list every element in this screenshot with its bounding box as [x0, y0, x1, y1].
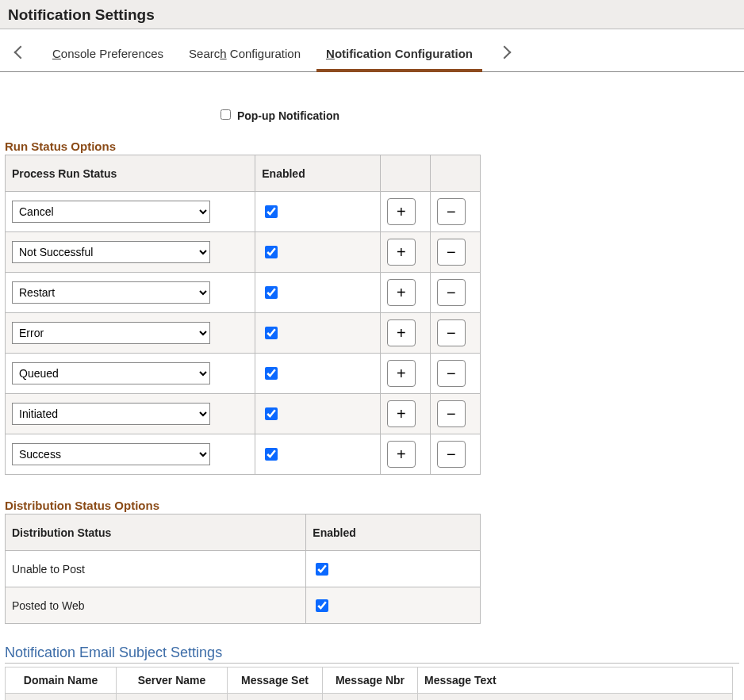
tab-notification-configuration[interactable]: Notification Configuration — [323, 40, 476, 71]
run-status-row: Error+− — [6, 313, 481, 354]
remove-row-button[interactable]: − — [437, 198, 466, 225]
add-row-button[interactable]: + — [387, 360, 416, 387]
run-status-enabled-checkbox[interactable] — [265, 246, 278, 258]
add-row-button[interactable]: + — [387, 441, 416, 468]
remove-row-button[interactable]: − — [437, 239, 466, 266]
dist-status-row: Unable to Post — [6, 551, 481, 587]
email-subject-table: Domain Name Server Name Message Set Mess… — [5, 667, 733, 700]
run-status-col-enabled: Enabled — [255, 155, 381, 192]
run-status-enabled-checkbox[interactable] — [265, 327, 278, 339]
run-status-table: Process Run Status Enabled Cancel+−Not S… — [5, 155, 481, 475]
email-subject-heading: Notification Email Subject Settings — [5, 645, 739, 664]
run-status-row: Queued+− — [6, 354, 481, 394]
process-run-status-select[interactable]: Restart — [12, 281, 210, 304]
process-run-status-select[interactable]: Initiated — [12, 403, 210, 425]
tab-search-configuration[interactable]: Search Configuration — [186, 40, 304, 71]
email-col-server: Server Name — [117, 667, 228, 694]
remove-row-button[interactable]: − — [437, 360, 466, 387]
message-text-cell: Parameters — [418, 694, 733, 701]
run-status-col-status: Process Run Status — [6, 155, 255, 192]
remove-row-button[interactable]: − — [437, 279, 466, 306]
remove-row-button[interactable]: − — [437, 400, 466, 427]
popup-notification-checkbox[interactable] — [221, 109, 231, 120]
dist-status-enabled-checkbox[interactable] — [316, 563, 328, 576]
email-col-msgnbr: Message Nbr — [323, 667, 418, 694]
dist-status-row: Posted to Web — [6, 587, 481, 624]
chevron-right-icon[interactable] — [498, 45, 512, 59]
process-run-status-select[interactable]: Queued — [12, 362, 210, 384]
add-row-button[interactable]: + — [387, 279, 416, 306]
remove-row-button[interactable]: − — [437, 441, 466, 468]
dist-status-label: Posted to Web — [6, 587, 306, 624]
run-status-row: Initiated+− — [6, 394, 481, 434]
tab-console-preferences[interactable]: Console Preferences — [49, 40, 167, 71]
run-status-row: Restart+− — [6, 273, 481, 313]
popup-notification-row: Pop-up Notification — [5, 88, 739, 136]
add-row-button[interactable]: + — [387, 198, 416, 225]
dist-status-table: Distribution Status Enabled Unable to Po… — [5, 514, 481, 624]
page-title: Notification Settings — [8, 6, 736, 24]
email-col-msgtext: Message Text — [418, 667, 733, 694]
chevron-left-icon[interactable] — [14, 45, 28, 59]
run-status-row: Cancel+− — [6, 192, 481, 232]
dist-status-col-enabled: Enabled — [306, 514, 481, 551]
email-col-domain: Domain Name — [6, 667, 117, 694]
process-run-status-select[interactable]: Error — [12, 322, 210, 344]
run-status-title: Run Status Options — [5, 140, 739, 153]
add-row-button[interactable]: + — [387, 400, 416, 427]
dist-status-col-status: Distribution Status — [6, 514, 306, 551]
process-run-status-select[interactable]: Not Successful — [12, 241, 210, 263]
add-row-button[interactable]: + — [387, 319, 416, 346]
email-row: Parameters — [6, 694, 733, 701]
run-status-enabled-checkbox[interactable] — [265, 407, 278, 420]
add-row-button[interactable]: + — [387, 239, 416, 266]
tab-row: Console Preferences Search Configuration… — [0, 29, 744, 72]
dist-status-label: Unable to Post — [6, 551, 306, 587]
dist-status-enabled-checkbox[interactable] — [316, 599, 328, 612]
dist-status-title: Distribution Status Options — [5, 499, 739, 512]
run-status-row: Not Successful+− — [6, 232, 481, 273]
run-status-row: Success+− — [6, 434, 481, 475]
process-run-status-select[interactable]: Success — [12, 443, 210, 465]
process-run-status-select[interactable]: Cancel — [12, 201, 210, 223]
run-status-enabled-checkbox[interactable] — [265, 286, 278, 299]
remove-row-button[interactable]: − — [437, 319, 466, 346]
run-status-enabled-checkbox[interactable] — [265, 448, 278, 461]
run-status-enabled-checkbox[interactable] — [265, 367, 278, 380]
email-col-msgset: Message Set — [228, 667, 323, 694]
popup-notification-label: Pop-up Notification — [237, 109, 339, 122]
run-status-enabled-checkbox[interactable] — [265, 205, 278, 218]
page-header: Notification Settings — [0, 0, 744, 29]
